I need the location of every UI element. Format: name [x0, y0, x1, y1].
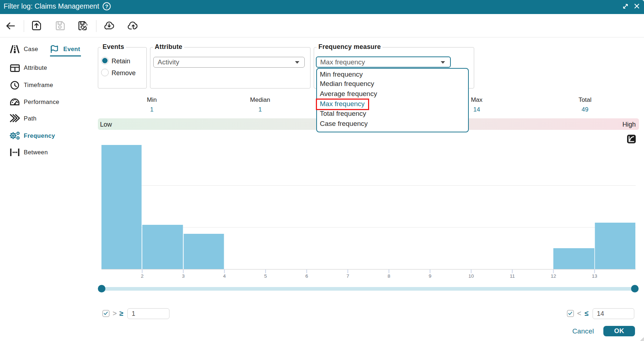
- svg-text:7: 7: [346, 273, 349, 279]
- svg-text:13: 13: [592, 273, 597, 279]
- svg-text:8: 8: [387, 273, 390, 279]
- svg-text:3: 3: [182, 273, 185, 279]
- svg-text:2: 2: [141, 273, 144, 279]
- svg-text:12: 12: [551, 273, 556, 279]
- svg-text:10: 10: [468, 273, 474, 279]
- svg-text:5: 5: [264, 273, 267, 279]
- svg-text:11: 11: [510, 273, 515, 279]
- svg-text:6: 6: [305, 273, 308, 279]
- svg-text:?: ?: [105, 3, 108, 9]
- svg-text:9: 9: [429, 273, 432, 279]
- svg-text:4: 4: [223, 273, 226, 279]
